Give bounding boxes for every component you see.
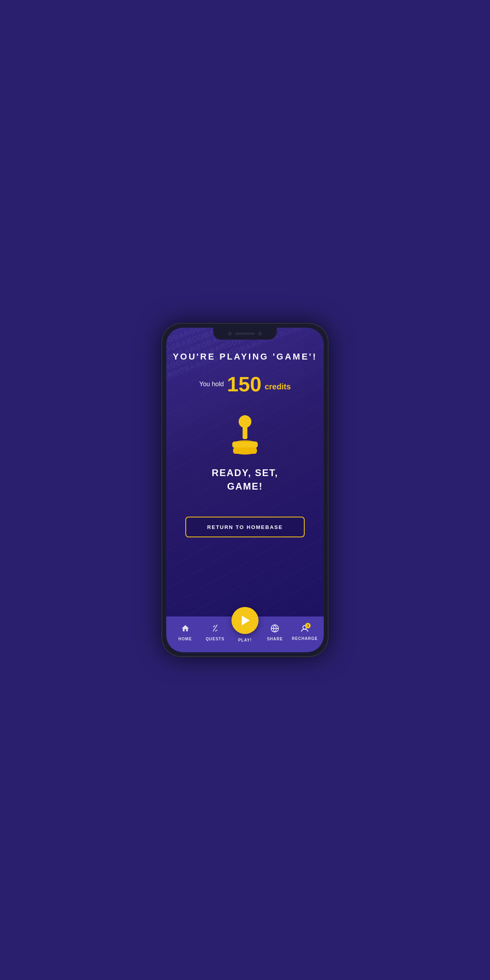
- phone-screen: BAROOBAROOBAROOBAROOBAROOBAROOBAROOBAROO…: [166, 328, 324, 652]
- svg-rect-3: [232, 441, 258, 448]
- nav-item-quests[interactable]: QUESTS: [200, 624, 230, 641]
- nav-item-recharge[interactable]: 1 RECHARGE: [290, 624, 320, 641]
- nav-recharge-label: RECHARGE: [292, 636, 318, 641]
- share-icon: [270, 624, 279, 635]
- svg-point-0: [239, 415, 251, 428]
- credits-label: You hold: [199, 381, 224, 388]
- play-button[interactable]: [231, 607, 259, 634]
- earpiece-speaker: [235, 332, 255, 335]
- joystick-icon: [225, 414, 265, 458]
- nav-share-label: SHARE: [267, 637, 283, 641]
- nav-play-label: PLAY!: [238, 638, 252, 642]
- front-camera: [228, 332, 232, 336]
- svg-line-7: [213, 625, 215, 627]
- recharge-badge: 1: [305, 623, 311, 628]
- play-icon: [242, 616, 250, 625]
- phone-frame: BAROOBAROOBAROOBAROOBAROOBAROOBAROOBAROO…: [161, 323, 329, 657]
- credits-number: 150: [227, 374, 262, 395]
- svg-rect-1: [243, 426, 247, 439]
- credits-word: credits: [264, 382, 291, 395]
- quests-icon: [211, 624, 220, 635]
- screen-content: YOU'RE PLAYING 'GAME'! You hold 150 cred…: [166, 328, 324, 652]
- credits-section: You hold 150 credits: [199, 374, 291, 395]
- nav-item-home[interactable]: HOME: [170, 624, 200, 641]
- nav-home-label: HOME: [179, 637, 192, 641]
- recharge-icon-wrap: 1: [300, 624, 309, 635]
- game-title: YOU'RE PLAYING 'GAME'!: [173, 352, 317, 362]
- phone-notch: [213, 328, 277, 340]
- home-icon: [181, 624, 190, 635]
- nav-item-play[interactable]: PLAY!: [230, 607, 260, 642]
- return-to-homebase-button[interactable]: RETURN TO HOMEBASE: [185, 517, 305, 537]
- nav-item-share[interactable]: SHARE: [260, 624, 290, 641]
- svg-rect-5: [233, 447, 257, 454]
- front-camera-2: [258, 332, 262, 336]
- svg-line-8: [215, 630, 218, 631]
- nav-quests-label: QUESTS: [206, 637, 224, 641]
- joystick-container: READY, SET, GAME!: [212, 414, 278, 493]
- ready-text: READY, SET, GAME!: [212, 466, 278, 493]
- bottom-navigation: HOME QUESTS PLAY!: [166, 616, 324, 652]
